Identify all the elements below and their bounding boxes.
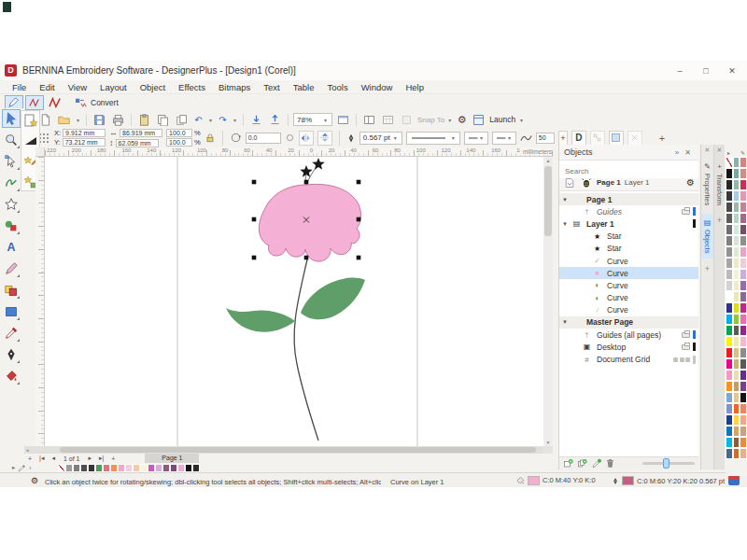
smoothness-field[interactable]: 50 [536,133,555,144]
printable-icon[interactable] [682,332,690,338]
select-all-nodes-button[interactable] [609,131,624,146]
color-swatch[interactable] [65,464,73,472]
full-screen-preview-button[interactable] [335,112,351,127]
export-button[interactable] [267,112,283,127]
objects-tree-row[interactable]: ▼ / Curve [559,304,698,316]
duplicate-button[interactable] [174,112,190,127]
shape-edit-tool[interactable] [3,153,20,170]
color-swatch[interactable] [140,464,148,472]
color-swatch[interactable] [740,370,747,381]
horizontal-ruler[interactable]: 2202001801601401201008060402002040608010… [45,147,553,157]
color-swatch[interactable] [733,426,740,437]
color-swatch[interactable] [726,381,733,392]
delete-icon[interactable] [605,458,615,469]
color-swatch[interactable] [740,358,747,370]
snap-to-dropdown[interactable]: Snap To ▾ [417,116,453,124]
vertical-scrollbar[interactable]: ▲ ▼ [543,157,553,446]
layer-color-bar[interactable] [693,343,696,351]
menu-item[interactable]: File [6,82,33,92]
color-swatch[interactable] [192,464,200,472]
color-swatch[interactable] [185,464,192,472]
color-swatch[interactable] [726,426,733,437]
copy-button[interactable] [155,112,171,127]
color-swatch[interactable] [740,269,747,280]
color-swatch[interactable] [726,258,733,269]
color-swatch[interactable] [740,426,747,437]
color-swatch[interactable] [733,437,740,448]
object-height-field[interactable]: 62.059 mm [116,139,159,147]
freehand-tool[interactable] [3,175,20,191]
close-curve-button[interactable]: D [571,131,586,146]
tab-strip-close-icon[interactable]: ✕ [714,145,725,154]
menu-item[interactable]: Table [287,82,321,92]
color-swatch[interactable] [740,224,747,235]
pick-tool[interactable] [3,110,20,127]
color-swatch[interactable] [58,464,65,472]
color-swatch[interactable] [726,168,733,179]
color-swatch[interactable] [733,302,740,314]
color-swatch[interactable] [726,280,733,291]
palette-eyedropper-icon[interactable]: ✎ [740,149,745,156]
color-swatch[interactable] [726,370,733,381]
objects-tree-row[interactable]: ▼ Page 1 [559,193,698,205]
star-object[interactable] [312,158,324,170]
color-swatch[interactable] [733,448,740,459]
y-position-field[interactable]: 73.212 mm [63,138,106,147]
color-swatch[interactable] [103,464,110,472]
color-swatch[interactable] [726,336,733,347]
active-layer-label[interactable]: Layer 1 [625,178,650,187]
add-page-after-button[interactable]: + [107,455,119,462]
outline-pen-tool[interactable] [3,346,20,363]
color-swatch[interactable] [740,235,747,246]
close-button[interactable]: ✕ [726,66,738,76]
zoom-level-combo[interactable]: 78% ▾ [293,113,332,126]
scale-y-field[interactable]: 100.0 [166,138,192,147]
color-swatch[interactable] [726,246,733,258]
objects-tree-row[interactable]: ▼ ★ Star [559,231,698,243]
embroidery-canvas-button[interactable] [46,95,64,110]
color-swatch[interactable] [740,325,747,336]
shapes-tool[interactable] [3,217,20,234]
add-docker-button[interactable]: + [701,264,713,273]
color-swatch[interactable] [740,190,747,202]
object-width-field[interactable]: 86.919 mm [120,129,162,137]
color-swatch[interactable] [740,246,747,258]
reduce-nodes-button[interactable] [590,131,605,146]
mirror-horizontal-button[interactable] [299,131,314,146]
tab-properties[interactable]: ✎ Properties [701,158,713,210]
layer-color-bar[interactable] [693,306,696,315]
color-swatch[interactable] [740,291,747,302]
layer-color-bar[interactable] [693,219,696,228]
color-swatch[interactable] [733,190,740,202]
color-swatch[interactable] [733,381,740,392]
color-swatch[interactable] [726,403,733,414]
undo-button[interactable]: ↶ [192,115,204,125]
color-swatch[interactable] [740,336,747,347]
scroll-up-arrow[interactable]: ▲ [543,158,553,163]
layer-widget-icon[interactable] [580,176,593,189]
color-swatch[interactable] [95,464,103,472]
color-swatch[interactable] [740,347,747,358]
next-page-button[interactable]: ▸ [84,455,95,462]
paste-button[interactable] [136,112,152,127]
color-swatch[interactable] [733,168,740,179]
menu-item[interactable]: Effects [172,82,212,92]
color-swatch[interactable] [740,381,747,392]
last-page-button[interactable]: ▸| [95,455,107,462]
color-swatch[interactable] [726,325,733,336]
open-button[interactable] [56,112,72,127]
flower-stem-curve[interactable] [294,259,318,441]
page-tab[interactable]: Page 1 [145,454,199,463]
color-swatch[interactable] [733,403,740,414]
smart-fill-tool[interactable] [3,282,20,299]
drawing-canvas[interactable] [45,157,543,446]
center-marker-icon[interactable] [285,133,295,143]
layer-color-bar[interactable] [693,330,696,339]
layer-color-bar[interactable] [693,294,696,302]
color-swatch[interactable] [733,269,740,280]
color-swatch[interactable] [162,464,170,472]
first-page-button[interactable]: |◂ [35,455,48,462]
objects-tree-row[interactable]: ▼ ★ Star [559,243,698,255]
move-to-layer-icon[interactable] [591,458,601,469]
color-swatch[interactable] [118,464,125,472]
